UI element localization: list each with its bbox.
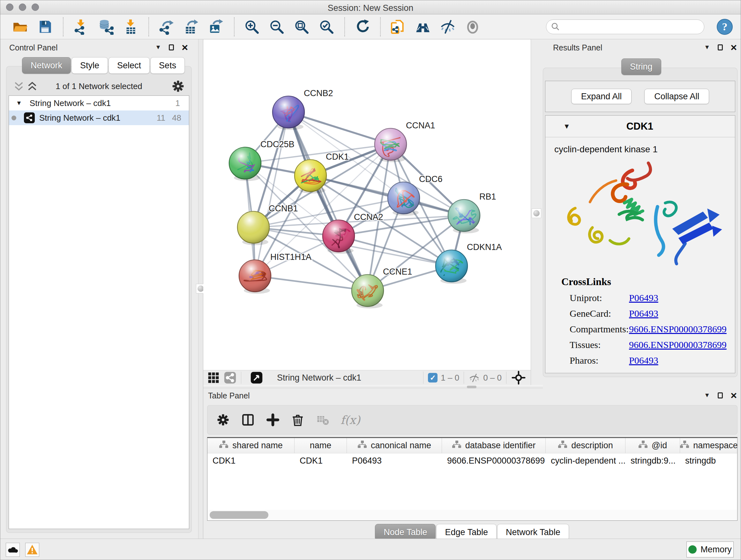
- search-input[interactable]: [560, 22, 694, 32]
- show-hide-panel-button[interactable]: [414, 18, 432, 36]
- crosslink-link[interactable]: P06493: [629, 293, 658, 303]
- network-row-selected[interactable]: String Network – cdk1 11 48: [9, 111, 189, 125]
- function-builder-button[interactable]: f(x): [340, 414, 360, 427]
- column-header-name[interactable]: name: [294, 438, 347, 453]
- table-cell[interactable]: stringdb:9...: [625, 453, 680, 468]
- open-session-button[interactable]: [11, 18, 29, 36]
- export-table-button[interactable]: [182, 18, 200, 36]
- zoom-out-button[interactable]: [268, 18, 286, 36]
- memory-button[interactable]: Memory: [686, 542, 734, 557]
- table-cell[interactable]: CDK1: [207, 453, 294, 468]
- column-header-canonicalname[interactable]: canonical name: [347, 438, 442, 453]
- warnings-button[interactable]: [25, 543, 39, 557]
- clone-network-button[interactable]: [389, 18, 407, 36]
- table-h-scrollbar[interactable]: [208, 510, 737, 520]
- selected-checkbox-icon[interactable]: ✓: [428, 373, 437, 382]
- left-splitter[interactable]: [198, 39, 203, 539]
- network-node-CCNE1[interactable]: [352, 274, 384, 308]
- crosslink-link[interactable]: 9606.ENSP00000378699: [629, 324, 727, 334]
- tree-expander-icon[interactable]: ▼: [16, 100, 22, 107]
- network-edge-CCNB2-CCNE1[interactable]: [288, 112, 367, 291]
- apply-style-button[interactable]: [353, 18, 371, 36]
- export-network-button[interactable]: [157, 18, 175, 36]
- network-node-CDK1[interactable]: [294, 160, 327, 193]
- right-splitter-knob[interactable]: [532, 208, 541, 218]
- collapse-card-icon[interactable]: ▼: [563, 122, 570, 131]
- expand-all-button[interactable]: Expand All: [571, 89, 632, 104]
- panel-menu-icon[interactable]: ▼: [704, 392, 710, 399]
- network-node-CDC6[interactable]: [388, 182, 420, 216]
- column-header-description[interactable]: description: [546, 438, 625, 453]
- panel-float-icon[interactable]: [169, 44, 174, 51]
- network-edge-CCNB2-HIST1H1A[interactable]: [255, 112, 288, 276]
- toolbar-separator: [63, 17, 64, 37]
- panel-close-icon[interactable]: ×: [731, 44, 737, 51]
- tab-style[interactable]: Style: [71, 57, 108, 74]
- cloud-status-button[interactable]: [6, 543, 20, 557]
- network-edge-HIST1H1A-CCNE1[interactable]: [255, 276, 367, 291]
- crosslink-link[interactable]: 9606.ENSP00000378699: [629, 339, 727, 350]
- export-image-button[interactable]: [207, 18, 225, 36]
- panel-menu-icon[interactable]: ▼: [704, 44, 710, 51]
- column-header-id[interactable]: @id: [625, 438, 680, 453]
- delete-table-button[interactable]: [316, 413, 330, 427]
- import-network-from-database-button[interactable]: [97, 18, 115, 36]
- column-header-sharedname[interactable]: shared name: [207, 438, 294, 453]
- zoom-fit-button[interactable]: [293, 18, 311, 36]
- collapse-all-button[interactable]: Collapse All: [644, 89, 709, 104]
- zoom-selected-button[interactable]: [318, 18, 335, 36]
- table-cell[interactable]: 9606.ENSP00000378699: [442, 453, 546, 468]
- import-table-button[interactable]: [122, 18, 139, 36]
- detach-view-icon[interactable]: [250, 371, 263, 384]
- select-columns-button[interactable]: [241, 413, 255, 427]
- network-node-CCNA1[interactable]: [375, 128, 407, 162]
- tab-network-table[interactable]: Network Table: [497, 524, 569, 541]
- gear-icon[interactable]: [172, 79, 185, 93]
- birds-eye-view-icon[interactable]: [512, 371, 526, 385]
- table-cell[interactable]: CDK1: [294, 453, 347, 468]
- tab-string[interactable]: String: [621, 58, 661, 75]
- panel-menu-icon[interactable]: ▼: [155, 44, 161, 51]
- import-network-button[interactable]: [72, 18, 90, 36]
- tab-select[interactable]: Select: [109, 57, 150, 74]
- add-column-button[interactable]: [266, 413, 280, 427]
- tab-sets[interactable]: Sets: [150, 57, 185, 74]
- zoom-in-button[interactable]: [243, 18, 261, 36]
- show-eye-button[interactable]: [464, 18, 482, 36]
- hide-selected-button[interactable]: [439, 18, 457, 36]
- crosslink-link[interactable]: P06493: [629, 308, 658, 319]
- network-view[interactable]: CCNB2CCNA1CDC25BCDK1CDC6RB1CCNB1CCNA2CDK…: [203, 40, 531, 370]
- network-node-CDC25B[interactable]: [229, 147, 261, 181]
- crosslink-link[interactable]: P06493: [629, 355, 658, 366]
- network-node-HIST1H1A[interactable]: [239, 260, 271, 294]
- panel-float-icon[interactable]: [718, 44, 723, 51]
- protein-card-header[interactable]: ▼ CDK1: [545, 116, 735, 137]
- panel-close-icon[interactable]: ×: [182, 44, 188, 51]
- edge-count: 48: [172, 113, 181, 123]
- horizontal-splitter-knob[interactable]: [467, 386, 476, 388]
- tab-node-table[interactable]: Node Table: [375, 524, 435, 541]
- help-button[interactable]: ?: [717, 18, 733, 35]
- zoom-fit-icon: [293, 19, 310, 35]
- delete-column-button[interactable]: [291, 413, 305, 427]
- network-view-icon[interactable]: [224, 371, 237, 384]
- panel-close-icon[interactable]: ×: [731, 392, 737, 398]
- table-cell[interactable]: P06493: [347, 453, 442, 468]
- tab-network[interactable]: Network: [22, 57, 71, 74]
- column-header-namespace[interactable]: namespace: [680, 438, 738, 453]
- save-session-button[interactable]: [36, 18, 54, 36]
- network-node-RB1[interactable]: [448, 199, 480, 233]
- table-cell[interactable]: stringdb: [680, 453, 738, 468]
- network-collection-row[interactable]: ▼ String Network – cdk1 1: [9, 96, 189, 111]
- right-splitter[interactable]: [531, 39, 543, 388]
- panel-float-icon[interactable]: [718, 392, 723, 398]
- table-cell[interactable]: cyclin-dependent ...: [546, 453, 625, 468]
- export-table-icon: [183, 19, 199, 35]
- tab-edge-table[interactable]: Edge Table: [436, 524, 496, 541]
- column-header-databaseidentifier[interactable]: database identifier: [442, 438, 546, 453]
- network-node-CCNB1[interactable]: [238, 211, 269, 245]
- table-settings-button[interactable]: [216, 413, 230, 427]
- grid-view-icon[interactable]: [207, 371, 220, 384]
- scrollbar-thumb[interactable]: [210, 511, 268, 519]
- network-node-CDKN1A[interactable]: [435, 250, 468, 284]
